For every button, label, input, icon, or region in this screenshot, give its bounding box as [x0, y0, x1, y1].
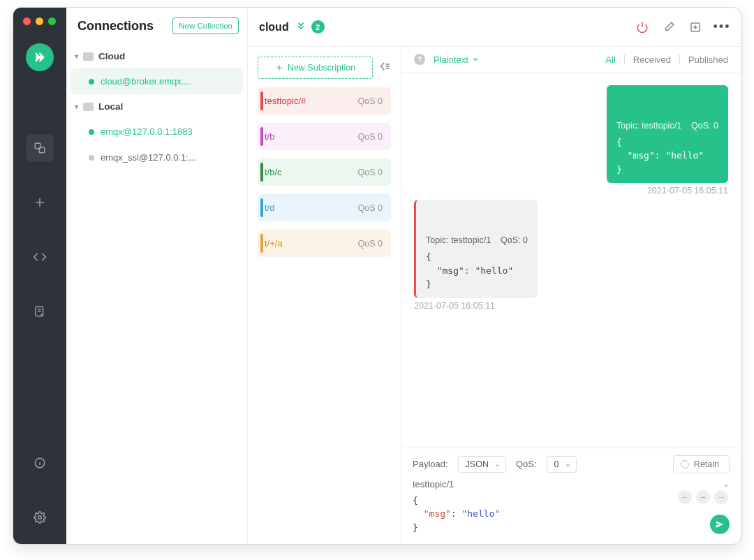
- connection-label: emqx_ssl@127.0.0.1:...: [101, 152, 196, 163]
- edit-button[interactable]: [661, 20, 677, 35]
- minimize-window-icon[interactable]: [36, 17, 43, 25]
- svg-point-4: [38, 516, 42, 520]
- maximize-window-icon[interactable]: [48, 17, 56, 25]
- payload-format-label: Plaintext: [434, 54, 468, 65]
- message-received: Topic: testtopic/1 QoS: 0 { "msg": "hell…: [414, 200, 728, 310]
- publish-topic-input[interactable]: testtopic/1 ⌄: [413, 479, 730, 489]
- subscription-topic: t/+/a: [265, 238, 283, 249]
- main-area: cloud 2 ••• New Sub: [248, 8, 741, 544]
- more-menu-button[interactable]: •••: [714, 20, 730, 35]
- subscription-qos: QoS 0: [358, 203, 383, 213]
- history-prev-button[interactable]: ←: [678, 490, 692, 504]
- group-label: Local: [98, 101, 123, 112]
- expand-icon[interactable]: [296, 21, 306, 33]
- connection-item-emqx-local[interactable]: emqx@127.0.0.1:1883: [66, 119, 247, 145]
- message-body: { "msg": "hello" }: [616, 137, 704, 175]
- message-bubble[interactable]: Topic: testtopic/1 QoS: 0 { "msg": "hell…: [414, 200, 538, 297]
- send-button[interactable]: [710, 515, 730, 534]
- payload-history-nav: ← – →: [678, 490, 728, 504]
- subscription-qos: QoS 0: [358, 96, 383, 106]
- new-window-button[interactable]: [688, 20, 703, 35]
- filter-tab-all[interactable]: All: [605, 54, 615, 65]
- message-bubble[interactable]: Topic: testtopic/1 QoS: 0 { "msg": "hell…: [607, 85, 728, 183]
- connection-group-cloud[interactable]: ▾ Cloud: [66, 44, 247, 68]
- connection-group-local[interactable]: ▾ Local: [66, 94, 247, 119]
- subscription-qos: QoS 0: [358, 168, 383, 177]
- chevron-down-icon: ▾: [75, 52, 78, 60]
- collapse-subscriptions-icon[interactable]: [378, 60, 391, 75]
- left-rail: [13, 8, 66, 544]
- message-qos: QoS: 0: [501, 234, 528, 247]
- subscription-qos: QoS 0: [358, 132, 383, 142]
- window-controls: [23, 17, 56, 25]
- main-header: cloud 2 •••: [248, 8, 741, 47]
- subscription-item[interactable]: t/d QoS 0: [258, 194, 391, 221]
- message-topic: Topic: testtopic/1: [426, 234, 491, 247]
- message-sent: Topic: testtopic/1 QoS: 0 { "msg": "hell…: [414, 85, 728, 196]
- connections-panel: Connections New Collection ▾ Cloud cloud…: [66, 8, 248, 544]
- subscription-item[interactable]: testtopic/# QoS 0: [258, 87, 391, 115]
- message-topic: Topic: testtopic/1: [616, 119, 681, 133]
- message-qos: QoS: 0: [691, 119, 718, 133]
- subscriptions-panel: New Subscription testtopic/# QoS 0 t/b Q…: [248, 47, 401, 544]
- new-collection-button[interactable]: New Collection: [172, 17, 239, 34]
- payload-key: "msg": [424, 508, 451, 519]
- nav-log-icon[interactable]: [26, 297, 54, 325]
- qos-label: QoS:: [516, 459, 537, 469]
- payload-format-toggle[interactable]: Plaintext: [434, 54, 479, 65]
- new-subscription-button[interactable]: New Subscription: [258, 57, 373, 79]
- nav-script-icon[interactable]: [26, 243, 54, 271]
- message-timestamp: 2021-07-05 16:05:11: [647, 186, 728, 196]
- disconnect-button[interactable]: [635, 20, 650, 35]
- subscription-item[interactable]: t/+/a QoS 0: [258, 230, 391, 257]
- subscription-qos: QoS 0: [358, 239, 383, 249]
- subscription-topic: t/b: [265, 131, 274, 142]
- connection-label: emqx@127.0.0.1:1883: [101, 126, 193, 137]
- nav-settings-icon[interactable]: [26, 503, 54, 531]
- filter-tab-received[interactable]: Received: [633, 54, 671, 65]
- qos-select[interactable]: 0: [547, 456, 577, 473]
- group-label: Cloud: [98, 51, 125, 61]
- radio-icon: [681, 460, 689, 469]
- separator: [624, 54, 625, 64]
- unread-badge: 2: [311, 20, 325, 34]
- messages-filter-bar: ? Plaintext All Received Published: [401, 47, 741, 73]
- chevron-down-icon: ⌄: [723, 479, 730, 489]
- nav-info-icon[interactable]: [26, 449, 54, 477]
- status-dot-icon: [89, 129, 94, 135]
- retain-toggle[interactable]: Retain: [673, 455, 730, 473]
- history-mid-button[interactable]: –: [696, 490, 710, 504]
- message-body: { "msg": "hello" }: [426, 251, 513, 289]
- close-window-icon[interactable]: [23, 17, 31, 25]
- nav-connections-icon[interactable]: [26, 134, 54, 162]
- subscription-item[interactable]: t/b QoS 0: [258, 123, 391, 150]
- retain-label: Retain: [694, 459, 719, 469]
- payload-format-select[interactable]: JSON: [458, 456, 506, 473]
- connection-title: cloud: [259, 21, 289, 34]
- subscription-item[interactable]: t/b/c QoS 0: [258, 159, 391, 186]
- nav-add-icon[interactable]: [26, 189, 54, 216]
- history-next-button[interactable]: →: [714, 490, 728, 504]
- chevron-down-icon: ▾: [75, 103, 78, 110]
- new-subscription-label: New Subscription: [288, 63, 355, 73]
- subscription-topic: testtopic/#: [265, 96, 306, 106]
- publish-topic-value: testtopic/1: [413, 479, 454, 489]
- publish-panel: Payload: JSON QoS: 0 Retain testtopic/1 …: [401, 448, 741, 545]
- connection-item-cloud-broker[interactable]: cloud@broker.emqx....: [71, 68, 243, 94]
- folder-icon: [83, 52, 94, 61]
- status-dot-icon: [89, 155, 94, 161]
- connection-item-emqx-ssl[interactable]: emqx_ssl@127.0.0.1:...: [66, 145, 247, 170]
- payload-label: Payload:: [413, 459, 448, 469]
- connections-title: Connections: [77, 19, 154, 34]
- separator: [679, 54, 680, 64]
- subscription-topic: t/b/c: [265, 167, 282, 177]
- messages-area[interactable]: Topic: testtopic/1 QoS: 0 { "msg": "hell…: [401, 73, 741, 448]
- folder-icon: [83, 103, 94, 111]
- message-timestamp: 2021-07-05 16:05:11: [414, 301, 495, 311]
- connection-label: cloud@broker.emqx....: [101, 76, 191, 87]
- status-dot-icon: [89, 79, 94, 84]
- filter-tab-published[interactable]: Published: [688, 54, 728, 65]
- info-icon[interactable]: ?: [414, 54, 425, 65]
- payload-value: "hello": [461, 508, 500, 519]
- app-logo-icon: [26, 43, 54, 71]
